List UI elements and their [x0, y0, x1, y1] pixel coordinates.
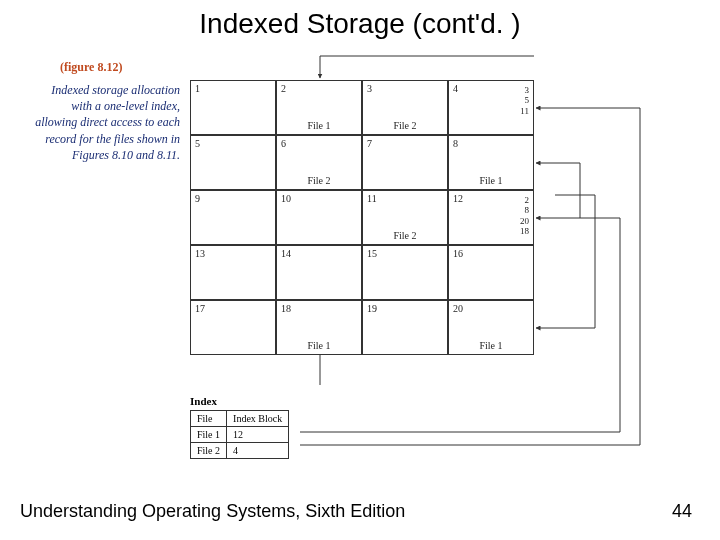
cell-number: 17	[195, 303, 205, 314]
grid-cell: 15	[362, 245, 448, 300]
index-cell: File 2	[191, 443, 227, 459]
cell-file-label: File 1	[277, 120, 361, 131]
page-number: 44	[672, 501, 692, 522]
grid-cell: 1	[190, 80, 276, 135]
cell-number: 6	[281, 138, 286, 149]
cell-file-label: File 1	[449, 175, 533, 186]
index-cell: 4	[227, 443, 289, 459]
cell-number: 7	[367, 138, 372, 149]
cell-number: 18	[281, 303, 291, 314]
cell-number: 2	[281, 83, 286, 94]
cell-number: 13	[195, 248, 205, 259]
grid-cell: 5	[190, 135, 276, 190]
grid-cell: 7	[362, 135, 448, 190]
grid-cell: 19	[362, 300, 448, 355]
cell-number: 20	[453, 303, 463, 314]
footer-text: Understanding Operating Systems, Sixth E…	[20, 501, 405, 522]
grid-cell: 20File 1	[448, 300, 534, 355]
index-header-file: File	[191, 411, 227, 427]
cell-file-label: File 2	[363, 120, 447, 131]
cell-number: 5	[195, 138, 200, 149]
index-table-title: Index	[190, 395, 289, 407]
grid-cell: 43511	[448, 80, 534, 135]
grid-cell: 6File 2	[276, 135, 362, 190]
index-table: File Index Block File 1 12 File 2 4	[190, 410, 289, 459]
grid-cell: 14	[276, 245, 362, 300]
cell-number: 14	[281, 248, 291, 259]
cell-number: 15	[367, 248, 377, 259]
cell-number: 10	[281, 193, 291, 204]
cell-file-label: File 2	[363, 230, 447, 241]
index-table-wrap: Index File Index Block File 1 12 File 2 …	[190, 395, 289, 459]
grid-cell: 13	[190, 245, 276, 300]
cell-number: 16	[453, 248, 463, 259]
cell-file-label: File 2	[277, 175, 361, 186]
cell-file-label: File 1	[277, 340, 361, 351]
grid-cell: 2File 1	[276, 80, 362, 135]
grid-cell: 10	[276, 190, 362, 245]
grid-cell: 8File 1	[448, 135, 534, 190]
cell-number: 3	[367, 83, 372, 94]
grid-cell: 16	[448, 245, 534, 300]
cell-index-list: 3511	[520, 85, 529, 116]
slide-title: Indexed Storage (cont'd. )	[0, 8, 720, 40]
grid-cell: 9	[190, 190, 276, 245]
figure-label: (figure 8.12)	[60, 60, 122, 75]
index-cell: File 1	[191, 427, 227, 443]
index-cell: 12	[227, 427, 289, 443]
cell-number: 12	[453, 193, 463, 204]
index-header-block: Index Block	[227, 411, 289, 427]
grid-cell: 18File 1	[276, 300, 362, 355]
storage-grid: 12File 13File 24351156File 278File 19101…	[190, 80, 534, 355]
cell-number: 11	[367, 193, 377, 204]
cell-number: 9	[195, 193, 200, 204]
cell-file-label: File 1	[449, 340, 533, 351]
grid-cell: 12282018	[448, 190, 534, 245]
figure-caption: Indexed storage allocation with a one-le…	[28, 82, 180, 163]
grid-cell: 11File 2	[362, 190, 448, 245]
cell-number: 4	[453, 83, 458, 94]
cell-number: 8	[453, 138, 458, 149]
cell-number: 1	[195, 83, 200, 94]
grid-cell: 17	[190, 300, 276, 355]
cell-index-list: 282018	[520, 195, 529, 236]
grid-cell: 3File 2	[362, 80, 448, 135]
cell-number: 19	[367, 303, 377, 314]
